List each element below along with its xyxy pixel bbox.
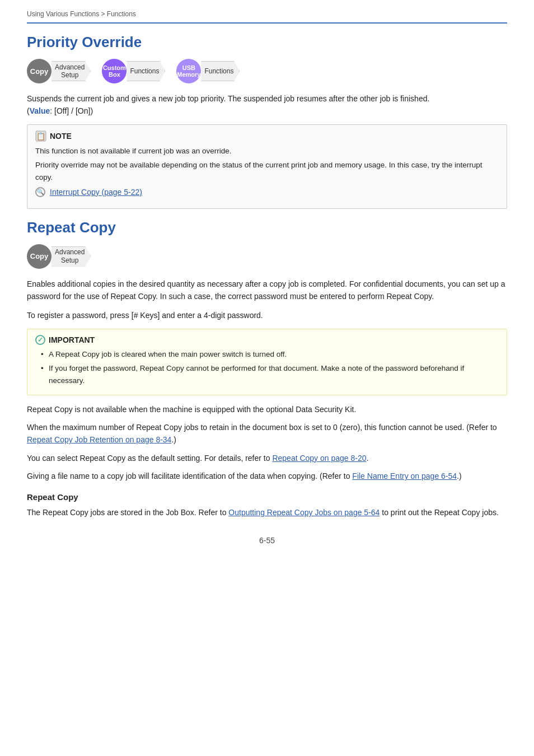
note-line-2: Priority override may not be available d…	[35, 159, 499, 183]
important-icon: ✓	[35, 335, 45, 345]
important-item-1: A Repeat Copy job is cleared when the ma…	[41, 348, 499, 361]
usb-memory-badge: USB Memory	[176, 59, 201, 83]
para1: Repeat Copy is not available when the ma…	[27, 403, 507, 416]
note-box: 📋 NOTE This function is not available if…	[27, 124, 507, 209]
repeat-copy-title: Repeat Copy	[27, 219, 507, 236]
repeat-copy-job-retention-link[interactable]: Repeat Copy Job Retention on page 8-34	[27, 435, 171, 444]
important-box: ✓ IMPORTANT A Repeat Copy job is cleared…	[27, 329, 507, 395]
page-number: 6-55	[27, 536, 507, 545]
functions-tab-1: Functions	[127, 61, 165, 81]
priority-override-badge-row: Copy Advanced Setup Custom Box Functions	[27, 59, 507, 83]
priority-override-section: Priority Override Copy Advanced Setup Cu…	[27, 34, 507, 209]
copy-badge: Copy	[27, 59, 51, 83]
outputting-repeat-copy-link[interactable]: Outputting Repeat Copy Jobs on page 5-64	[228, 508, 380, 517]
important-item-2: If you forget the password, Repeat Copy …	[41, 362, 499, 386]
advanced-setup-tab: Advanced Setup	[51, 61, 91, 81]
repeat-copy-badge-row: Copy Advanced Setup	[27, 244, 507, 269]
usb-memory-badge-group: USB Memory Functions	[176, 59, 250, 83]
interrupt-copy-link-row: 🔍 Interrupt Copy (page 5-22)	[35, 187, 499, 197]
priority-override-desc: Suspends the current job and gives a new…	[27, 92, 507, 118]
interrupt-copy-link[interactable]: Interrupt Copy (page 5-22)	[50, 188, 142, 197]
copy-badge-group: Copy Advanced Setup	[27, 59, 101, 83]
svg-text:📋: 📋	[36, 132, 46, 141]
note-header: 📋 NOTE	[35, 130, 499, 142]
para3: You can select Repeat Copy as the defaul…	[27, 452, 507, 464]
repeat-copy-advanced-tab: Advanced Setup	[51, 246, 91, 267]
file-name-entry-link[interactable]: File Name Entry on page 6-54	[352, 472, 457, 480]
custom-box-badge: Custom Box	[102, 59, 127, 83]
note-icon: 📋	[35, 130, 46, 142]
repeat-copy-badge: Copy	[27, 244, 51, 269]
important-header: ✓ IMPORTANT	[35, 335, 499, 345]
functions-tab-2: Functions	[201, 61, 240, 81]
custom-box-badge-group: Custom Box Functions	[102, 59, 175, 83]
repeat-copy-badge-group: Copy Advanced Setup	[27, 244, 101, 269]
value-label: Value	[30, 106, 50, 115]
para4: Giving a file name to a copy job will fa…	[27, 470, 507, 482]
subsection-para: The Repeat Copy jobs are stored in the J…	[27, 506, 507, 519]
note-line-1: This function is not available if curren…	[35, 145, 499, 157]
repeat-copy-section: Repeat Copy Copy Advanced Setup Enables …	[27, 219, 507, 519]
repeat-copy-default-link[interactable]: Repeat Copy on page 8-20	[272, 454, 366, 463]
repeat-copy-desc1: Enables additional copies in the desired…	[27, 278, 507, 303]
repeat-copy-desc2: To register a password, press [# Keys] a…	[27, 309, 507, 321]
search-icon: 🔍	[35, 187, 45, 197]
priority-override-title: Priority Override	[27, 34, 507, 51]
repeat-copy-subsection-title: Repeat Copy	[27, 492, 507, 502]
para2: When the maximum number of Repeat Copy j…	[27, 421, 507, 446]
breadcrumb: Using Various Functions > Functions	[27, 10, 507, 24]
